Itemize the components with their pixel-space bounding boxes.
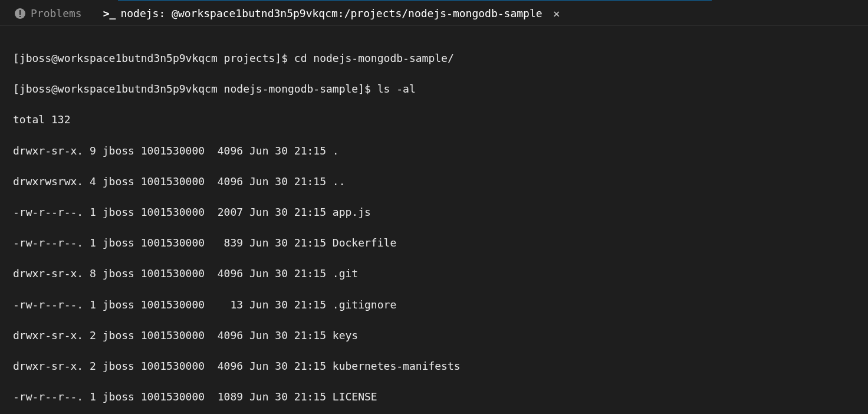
terminal-line: [jboss@workspace1butnd3n5p9vkqcm project… [13, 51, 855, 66]
terminal-line: drwxrwsrwx. 4 jboss 1001530000 4096 Jun … [13, 174, 855, 189]
warning-icon [14, 8, 26, 19]
tab-problems-label: Problems [31, 7, 82, 19]
top-accent-border [0, 0, 868, 1]
terminal-line: -rw-r--r--. 1 jboss 1001530000 2007 Jun … [13, 205, 855, 220]
terminal-output[interactable]: [jboss@workspace1butnd3n5p9vkqcm project… [0, 26, 868, 414]
terminal-icon: >_ [103, 7, 116, 19]
tab-problems[interactable]: Problems [5, 1, 91, 25]
svg-rect-2 [19, 16, 21, 17]
close-icon[interactable]: × [550, 5, 564, 22]
terminal-line: total 132 [13, 112, 855, 127]
svg-rect-1 [19, 10, 21, 15]
tab-terminal[interactable]: >_ nodejs: @workspace1butnd3n5p9vkqcm:/p… [94, 1, 573, 25]
terminal-line: drwxr-sr-x. 8 jboss 1001530000 4096 Jun … [13, 266, 855, 281]
terminal-line: -rw-r--r--. 1 jboss 1001530000 839 Jun 3… [13, 235, 855, 251]
terminal-line: [jboss@workspace1butnd3n5p9vkqcm nodejs-… [13, 81, 855, 97]
terminal-line: -rw-r--r--. 1 jboss 1001530000 1089 Jun … [13, 389, 855, 405]
terminal-line: drwxr-sr-x. 2 jboss 1001530000 4096 Jun … [13, 328, 855, 343]
terminal-line: -rw-r--r--. 1 jboss 1001530000 13 Jun 30… [13, 297, 855, 313]
tab-terminal-label: nodejs: @workspace1butnd3n5p9vkqcm:/proj… [120, 7, 542, 19]
terminal-line: drwxr-sr-x. 9 jboss 1001530000 4096 Jun … [13, 143, 855, 159]
terminal-line: drwxr-sr-x. 2 jboss 1001530000 4096 Jun … [13, 359, 855, 374]
tab-bar: Problems >_ nodejs: @workspace1butnd3n5p… [0, 1, 868, 26]
